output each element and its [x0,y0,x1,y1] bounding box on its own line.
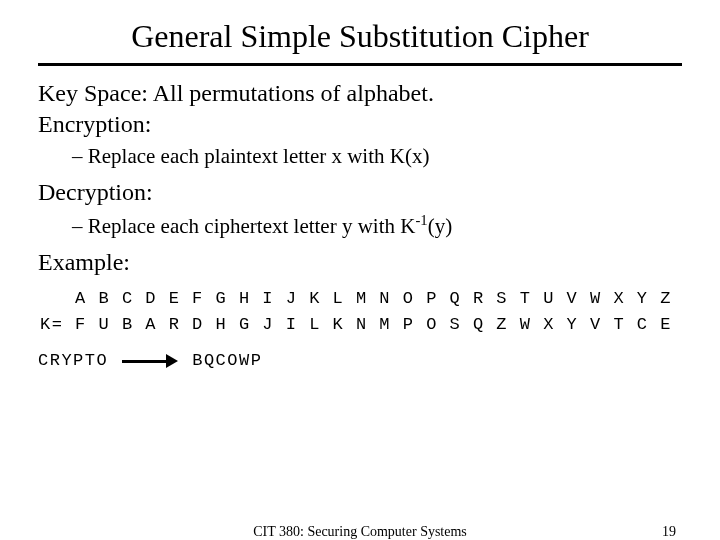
decryption-detail: – Replace each ciphertext letter y with … [72,212,682,239]
keyspace-line: Key Space: All permutations of alphabet. [38,80,682,107]
slide-title: General Simple Substitution Cipher [38,18,682,57]
example-mapping: CRYPTO BQCOWP [38,351,682,370]
decryption-detail-post: (y) [428,214,453,238]
title-underline [38,63,682,66]
arrow-right-icon [122,356,178,366]
cipher-table: A B C D E F G H I J K L M N O P Q R S T … [40,286,682,337]
example-label: Example: [38,249,682,276]
footer-page-number: 19 [662,524,676,540]
alphabet-row: A B C D E F G H I J K L M N O P Q R S T … [40,289,672,308]
example-plaintext: CRYPTO [38,351,108,370]
encryption-detail: – Replace each plaintext letter x with K… [72,144,682,169]
encryption-label: Encryption: [38,111,682,138]
decryption-label: Decryption: [38,179,682,206]
footer-course: CIT 380: Securing Computer Systems [0,524,720,540]
slide: General Simple Substitution Cipher Key S… [0,0,720,540]
decryption-detail-pre: – Replace each ciphertext letter y with … [72,214,415,238]
example-ciphertext: BQCOWP [192,351,262,370]
decryption-detail-superscript: -1 [415,212,427,228]
key-row: K= F U B A R D H G J I L K N M P O S Q Z… [40,315,672,334]
